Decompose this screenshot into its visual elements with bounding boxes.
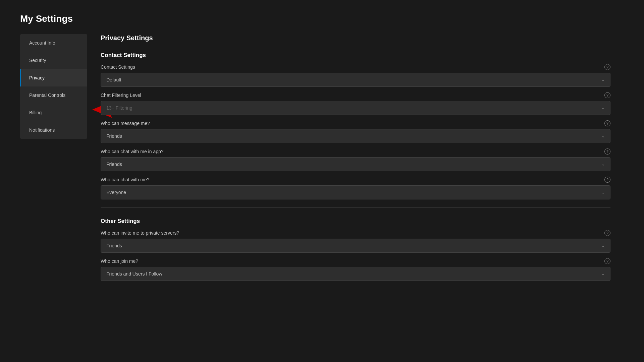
setting-row-who-chat: Who can chat with me??Everyone⌄ (101, 177, 610, 199)
label-row-who-join: Who can join me?? (101, 258, 610, 264)
main-content: Privacy Settings Contact Settings Contac… (87, 34, 624, 286)
label-invite-servers: Who can invite me to private servers? (101, 230, 179, 236)
other-settings-title: Other Settings (101, 218, 610, 225)
chevron-down-icon-who-chat-app: ⌄ (601, 162, 605, 167)
contact-settings-section: Contact Settings Contact Settings?Defaul… (101, 52, 610, 199)
label-row-who-chat: Who can chat with me?? (101, 177, 610, 183)
sidebar-item-parental-controls[interactable]: Parental Controls (20, 86, 87, 104)
chevron-down-icon-invite-servers: ⌄ (601, 243, 605, 248)
dropdown-who-chat-app[interactable]: Friends⌄ (101, 157, 610, 171)
label-who-message: Who can message me? (101, 121, 150, 126)
label-who-join: Who can join me? (101, 258, 138, 264)
label-row-invite-servers: Who can invite me to private servers?? (101, 230, 610, 236)
label-row-contact-setting: Contact Settings? (101, 64, 610, 70)
dropdown-contact-setting[interactable]: Default⌄ (101, 73, 610, 87)
chevron-down-icon-contact-setting: ⌄ (601, 77, 605, 82)
help-icon-who-join[interactable]: ? (604, 258, 610, 264)
setting-row-invite-servers: Who can invite me to private servers??Fr… (101, 230, 610, 253)
sidebar-item-notifications[interactable]: Notifications (20, 121, 87, 139)
dropdown-who-join[interactable]: Friends and Users I Follow⌄ (101, 267, 610, 281)
help-icon-contact-setting[interactable]: ? (604, 64, 610, 70)
help-icon-chat-filtering[interactable]: ? (604, 92, 610, 98)
help-icon-who-chat-app[interactable]: ? (604, 148, 610, 155)
label-chat-filtering: Chat Filtering Level (101, 93, 141, 98)
setting-row-contact-setting: Contact Settings?Default⌄ (101, 64, 610, 87)
dropdown-invite-servers[interactable]: Friends⌄ (101, 239, 610, 253)
dropdown-value-chat-filtering: 13+ Filtering (106, 105, 132, 111)
dropdown-who-message[interactable]: Friends⌄ (101, 129, 610, 143)
help-icon-who-chat[interactable]: ? (604, 177, 610, 183)
setting-row-chat-filtering: Chat Filtering Level?13+ Filtering⌄ (101, 92, 610, 115)
label-contact-setting: Contact Settings (101, 64, 135, 70)
chevron-down-icon-chat-filtering: ⌄ (601, 106, 605, 110)
dropdown-value-who-message: Friends (106, 133, 122, 139)
page-title: My Settings (20, 13, 624, 24)
sidebar-item-account-info[interactable]: Account Info (20, 34, 87, 52)
setting-row-who-chat-app: Who can chat with me in app??Friends⌄ (101, 148, 610, 171)
dropdown-value-invite-servers: Friends (106, 243, 122, 248)
privacy-settings-title: Privacy Settings (101, 34, 610, 42)
dropdown-value-who-chat-app: Friends (106, 162, 122, 167)
other-settings-section: Other Settings Who can invite me to priv… (101, 218, 610, 281)
help-icon-who-message[interactable]: ? (604, 120, 610, 126)
dropdown-value-who-join: Friends and Users I Follow (106, 271, 162, 277)
sidebar-item-billing[interactable]: Billing (20, 104, 87, 121)
setting-row-who-join: Who can join me??Friends and Users I Fol… (101, 258, 610, 281)
chevron-down-icon-who-chat: ⌄ (601, 190, 605, 195)
dropdown-who-chat[interactable]: Everyone⌄ (101, 185, 610, 199)
setting-row-who-message: Who can message me??Friends⌄ (101, 120, 610, 143)
label-row-who-message: Who can message me?? (101, 120, 610, 126)
chevron-down-icon-who-join: ⌄ (601, 272, 605, 276)
dropdown-value-contact-setting: Default (106, 77, 121, 82)
label-who-chat: Who can chat with me? (101, 177, 150, 182)
divider (101, 207, 610, 208)
label-row-chat-filtering: Chat Filtering Level? (101, 92, 610, 98)
chevron-down-icon-who-message: ⌄ (601, 134, 605, 138)
dropdown-value-who-chat: Everyone (106, 190, 126, 195)
label-row-who-chat-app: Who can chat with me in app?? (101, 148, 610, 155)
help-icon-invite-servers[interactable]: ? (604, 230, 610, 236)
sidebar-item-security[interactable]: Security (20, 52, 87, 69)
dropdown-chat-filtering[interactable]: 13+ Filtering⌄ (101, 101, 610, 115)
label-who-chat-app: Who can chat with me in app? (101, 149, 164, 154)
contact-settings-title: Contact Settings (101, 52, 610, 59)
sidebar: Account InfoSecurityPrivacyParental Cont… (20, 34, 87, 139)
sidebar-item-privacy[interactable]: Privacy (20, 69, 87, 86)
